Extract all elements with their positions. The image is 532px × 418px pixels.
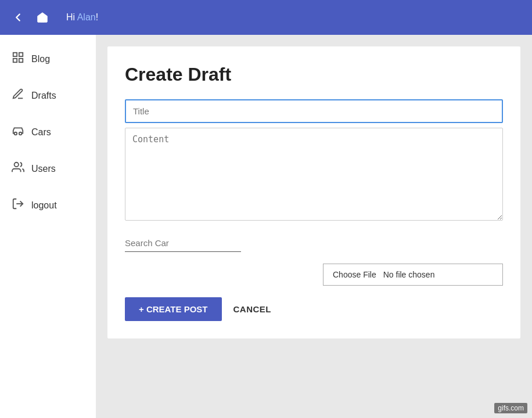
back-button[interactable] — [12, 11, 24, 24]
topbar: Hi Alan! — [0, 0, 532, 35]
drafts-icon — [12, 88, 24, 103]
content-textarea[interactable] — [125, 128, 503, 221]
choose-file-label: Choose File — [333, 270, 376, 279]
layout: Blog Drafts Cars — [0, 35, 532, 418]
sidebar-item-users[interactable]: Users — [0, 150, 96, 187]
topbar-greeting: Hi Alan! — [66, 12, 98, 23]
main-content: Create Draft Choose File No file chosen … — [96, 35, 532, 418]
sidebar-item-drafts-label: Drafts — [31, 91, 56, 101]
watermark: gifs.com — [494, 403, 527, 413]
file-upload-button[interactable]: Choose File No file chosen — [323, 264, 503, 286]
sidebar-item-drafts[interactable]: Drafts — [0, 77, 96, 114]
svg-rect-0 — [13, 53, 17, 56]
title-input[interactable] — [125, 99, 503, 123]
no-file-text: No file chosen — [383, 270, 435, 279]
create-post-button[interactable]: + CREATE POST — [125, 297, 222, 321]
username-link[interactable]: Alan — [77, 12, 96, 22]
logout-icon — [12, 197, 24, 213]
sidebar: Blog Drafts Cars — [0, 35, 96, 418]
users-icon — [12, 161, 24, 176]
sidebar-item-cars-label: Cars — [31, 127, 51, 138]
sidebar-item-cars[interactable]: Cars — [0, 114, 96, 150]
page-title: Create Draft — [125, 64, 503, 85]
actions-row: + CREATE POST CANCEL — [125, 297, 503, 321]
sidebar-item-logout[interactable]: logout — [0, 187, 96, 224]
cars-icon — [12, 124, 24, 140]
blog-icon — [12, 51, 24, 67]
svg-point-6 — [15, 163, 19, 167]
sidebar-item-blog-label: Blog — [31, 54, 50, 64]
svg-point-4 — [15, 132, 17, 135]
cancel-button[interactable]: CANCEL — [233, 304, 272, 314]
svg-rect-2 — [13, 59, 17, 62]
file-upload-row: Choose File No file chosen — [125, 264, 503, 286]
content-card: Create Draft Choose File No file chosen … — [107, 46, 520, 338]
sidebar-item-logout-label: logout — [31, 200, 57, 211]
home-button[interactable] — [36, 11, 49, 24]
search-car-input[interactable] — [125, 235, 241, 252]
svg-rect-1 — [19, 53, 23, 56]
svg-point-5 — [19, 132, 22, 135]
svg-rect-3 — [19, 59, 23, 62]
sidebar-item-blog[interactable]: Blog — [0, 41, 96, 77]
sidebar-item-users-label: Users — [31, 164, 56, 174]
